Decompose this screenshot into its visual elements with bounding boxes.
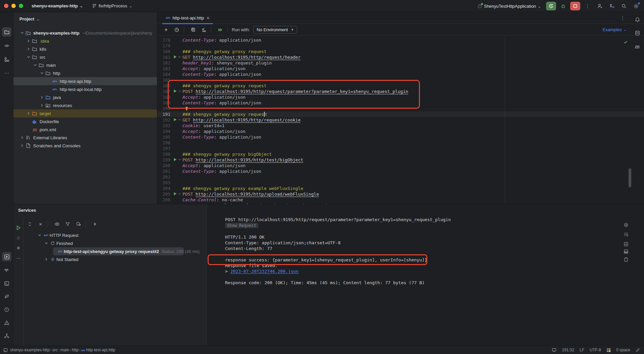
indent-setting[interactable]: 0 space	[616, 348, 630, 352]
more-icon[interactable]: ⋯	[14, 254, 22, 262]
group-by-icon[interactable]	[74, 220, 83, 228]
chevron-down-icon[interactable]	[26, 54, 31, 60]
more-tool-windows-icon[interactable]: ⋯	[2, 68, 11, 78]
plugin-icon[interactable]	[606, 348, 611, 352]
warning-icon[interactable]	[2, 318, 11, 327]
collapse-all-icon[interactable]: ✕	[36, 220, 45, 228]
breadcrumb[interactable]: shenyu-examples-http›src›main›http›APIht…	[10, 348, 115, 352]
maven-icon[interactable]: m	[635, 44, 639, 50]
tool-windows-icon[interactable]	[3, 348, 8, 352]
chevron-down-icon[interactable]	[33, 62, 38, 68]
clipboard-icon[interactable]	[624, 257, 629, 262]
environment-select[interactable]: No Environment ▼	[253, 26, 297, 34]
run-all-requests-button[interactable]	[216, 26, 225, 34]
chevron-right-icon[interactable]	[44, 257, 49, 262]
breadcrumb-item[interactable]: http	[72, 348, 78, 352]
show-request-link[interactable]: Show Request	[225, 223, 258, 228]
scrollbar-thumb[interactable]	[629, 168, 631, 187]
copy-request-button[interactable]	[189, 26, 198, 34]
problems-icon[interactable]	[2, 305, 11, 314]
breadcrumb-item[interactable]: APIhttp-test-api.http	[81, 348, 115, 352]
project-tree-item-http-test-api-local-http[interactable]: APIhttp-test-api-local.http	[13, 85, 157, 93]
view-mode-icon[interactable]	[53, 220, 61, 228]
services-tree-item-http-test-api[interactable]: APIhttp-test-api | shengyu getway proxy …	[51, 247, 200, 255]
run-request-gutter-icon[interactable]	[173, 192, 181, 196]
intention-bulb-icon[interactable]	[184, 106, 189, 111]
project-tree-item-java[interactable]: java	[13, 93, 157, 101]
project-tree-item-resources[interactable]: resources	[13, 101, 157, 109]
project-widget[interactable]: shenyu-examples-http ⌄	[29, 2, 86, 10]
structure-icon[interactable]	[2, 55, 11, 64]
chevron-right-icon[interactable]	[26, 38, 31, 44]
chevron-right-icon[interactable]	[19, 135, 25, 140]
chevron-down-icon[interactable]	[39, 70, 45, 76]
chevron-right-icon[interactable]	[26, 46, 31, 52]
http-response-console[interactable]: POST http://localhost:9195/http/request/…	[206, 204, 644, 346]
project-tree-item-src[interactable]: src	[13, 53, 157, 61]
code-with-me-button[interactable]	[595, 2, 604, 10]
commit-icon[interactable]	[2, 41, 11, 50]
editor-code-area[interactable]: 178Content-Type: application/json179180#…	[158, 36, 644, 204]
database-icon[interactable]	[635, 30, 640, 36]
chevron-down-icon[interactable]	[44, 241, 49, 246]
project-tree-item-http-test-api-http[interactable]: APIhttp-test-api.http	[13, 77, 157, 85]
close-tab-icon[interactable]: ✕	[206, 16, 210, 20]
project-tree-item-pom-xml[interactable]: mpom.xml	[13, 125, 157, 134]
services-panel-title[interactable]: Services	[18, 208, 36, 213]
project-tree-item-k8s[interactable]: k8s	[13, 45, 157, 53]
endpoints-icon[interactable]	[2, 292, 11, 301]
debug-request-button[interactable]	[14, 234, 22, 242]
breadcrumb-item[interactable]: src	[52, 348, 58, 352]
run-request-gutter-icon[interactable]	[173, 118, 181, 121]
chevron-down-icon[interactable]	[37, 233, 42, 238]
stop-request-button[interactable]	[14, 244, 22, 252]
chevron-right-icon[interactable]	[39, 95, 45, 100]
console-settings-icon[interactable]	[624, 222, 629, 227]
close-window-icon[interactable]	[4, 4, 8, 8]
project-tree-item-target[interactable]: target	[13, 109, 157, 117]
services-tree-item-http-request[interactable]: APIHTTP Request	[37, 231, 78, 239]
chevron-right-icon[interactable]	[39, 103, 45, 108]
run-request-gutter-icon[interactable]	[173, 89, 181, 93]
project-tree-item-main[interactable]: main	[13, 61, 157, 69]
file-encoding[interactable]: UTF-8	[590, 348, 601, 352]
breadcrumb-item[interactable]: shenyu-examples-http	[10, 348, 50, 352]
open-log-button[interactable]	[200, 26, 208, 34]
line-separator[interactable]: LF	[580, 348, 584, 352]
project-tree-item-dockerfile[interactable]: Dockerfile	[13, 117, 157, 125]
minimize-window-icon[interactable]	[11, 4, 16, 8]
response-file-link[interactable]: 2023-07-20T232746.200.json	[230, 269, 299, 274]
window-controls[interactable]	[4, 4, 26, 8]
maximize-window-icon[interactable]	[19, 4, 23, 8]
tab-options-icon[interactable]: ⋮	[620, 15, 625, 21]
run-request-button[interactable]	[14, 224, 22, 232]
soft-wrap-icon[interactable]	[624, 232, 629, 237]
scroll-to-end-icon[interactable]	[624, 242, 629, 247]
project-icon[interactable]	[2, 27, 11, 37]
debug-button[interactable]	[558, 2, 568, 10]
chevron-right-icon[interactable]	[19, 143, 25, 148]
services-tree-item-finished[interactable]: Finished	[44, 239, 73, 247]
stop-button[interactable]	[570, 2, 580, 10]
services-tree-item-not-started[interactable]: Not Started	[44, 255, 78, 263]
run-configuration-widget[interactable]: ShenyuTestHttpApplication ⌄	[475, 2, 544, 10]
project-tree-item-http[interactable]: http	[13, 69, 157, 77]
services-icon[interactable]	[2, 252, 11, 261]
version-control-icon[interactable]	[2, 331, 11, 341]
expand-all-icon[interactable]	[25, 220, 34, 228]
dock-panel-icon[interactable]	[624, 249, 629, 254]
vcs-branch-widget[interactable]: fix/httpProcess ⌄	[89, 2, 135, 10]
monitor-icon[interactable]	[552, 348, 556, 352]
run-request-gutter-icon[interactable]	[173, 158, 181, 161]
tab-http-test-api[interactable]: API http-test-api.http ✕	[162, 12, 213, 24]
edit-mode-icon[interactable]	[636, 348, 640, 352]
notifications-icon[interactable]	[635, 17, 640, 22]
project-panel-header[interactable]: Project ⌄	[19, 16, 40, 21]
add-request-button[interactable]: +	[162, 26, 170, 34]
add-service-icon[interactable]: +	[91, 220, 99, 228]
project-tree-item--idea[interactable]: .idea	[13, 37, 157, 45]
settings-button[interactable]	[631, 2, 641, 10]
translate-button[interactable]: A	[607, 2, 616, 10]
project-tree-item-external-libraries[interactable]: External Libraries	[13, 134, 157, 142]
examples-link[interactable]: Examples ⌄	[603, 27, 627, 32]
